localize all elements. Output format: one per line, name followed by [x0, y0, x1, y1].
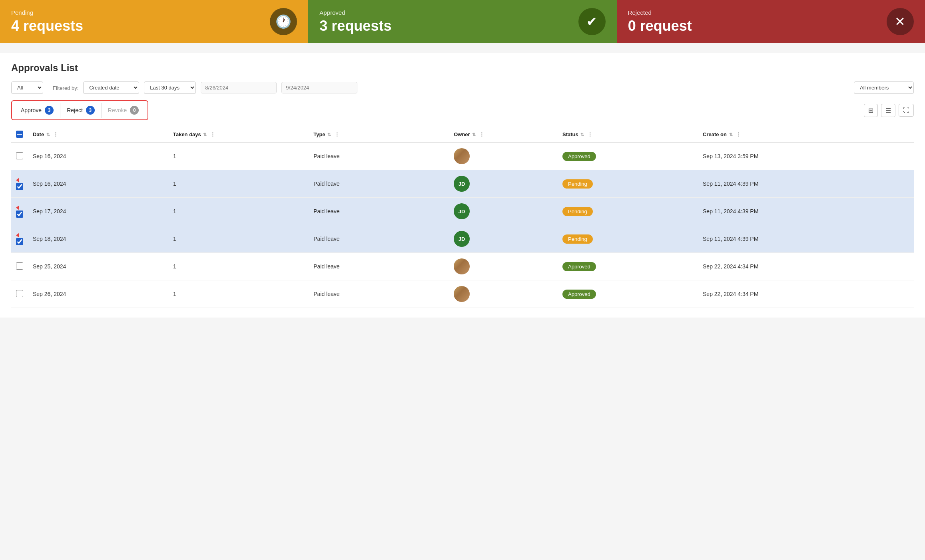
row-taken-days: 1	[168, 225, 309, 253]
status-badge: Pending	[562, 207, 593, 216]
row-type: Paid leave	[309, 280, 449, 308]
rejected-count: 0 request	[628, 18, 692, 34]
type-sort-icon[interactable]: ⇅	[327, 132, 331, 137]
create-on-col-menu[interactable]: ⋮	[736, 131, 741, 137]
approve-badge: 3	[45, 106, 54, 115]
row-checkbox-cell	[11, 142, 28, 170]
view-controls: ⊞ ☰ ⛶	[864, 104, 914, 117]
row-checkbox-cell	[11, 198, 28, 225]
row-checkbox-cell	[11, 225, 28, 253]
date-sort-icon[interactable]: ⇅	[46, 132, 50, 137]
list-view-button[interactable]: ☰	[881, 104, 895, 117]
row-type: Paid leave	[309, 225, 449, 253]
row-checkbox[interactable]	[16, 290, 23, 297]
revoke-label: Revoke	[108, 107, 127, 113]
expand-view-button[interactable]: ⛶	[899, 104, 914, 117]
row-owner: JD	[449, 225, 558, 253]
select-all-header[interactable]	[11, 127, 28, 142]
approve-label: Approve	[21, 107, 42, 113]
created-date-filter-select[interactable]: Created date	[83, 81, 139, 94]
all-filter-select[interactable]: All	[11, 81, 43, 94]
status-badge: Approved	[562, 262, 596, 271]
row-create-on: Sep 13, 2024 3:59 PM	[698, 142, 914, 170]
date-from-input[interactable]	[201, 82, 277, 93]
days-filter-select[interactable]: Last 30 days	[144, 81, 196, 94]
status-badge: Pending	[562, 234, 593, 244]
action-buttons-group: Approve 3 Reject 3 Revoke 0	[11, 100, 148, 120]
row-create-on: Sep 22, 2024 4:34 PM	[698, 280, 914, 308]
status-sort-icon[interactable]: ⇅	[580, 132, 584, 137]
col-header-type: Type ⇅ ⋮	[309, 127, 449, 142]
reject-button[interactable]: Reject 3	[60, 103, 102, 118]
taken-days-col-menu[interactable]: ⋮	[210, 131, 215, 137]
revoke-badge: 0	[130, 106, 139, 115]
create-on-sort-icon[interactable]: ⇅	[729, 132, 733, 137]
taken-days-sort-icon[interactable]: ⇅	[203, 132, 207, 137]
row-date: Sep 16, 2024	[28, 170, 168, 198]
page-title: Approvals List	[11, 62, 914, 73]
filtered-by-label: Filtered by:	[53, 85, 78, 91]
status-badge: Pending	[562, 179, 593, 189]
approve-button[interactable]: Approve 3	[14, 103, 60, 118]
status-badge: Approved	[562, 290, 596, 299]
row-date: Sep 26, 2024	[28, 280, 168, 308]
owner-avatar: JD	[454, 176, 470, 192]
owner-sort-icon[interactable]: ⇅	[472, 132, 476, 137]
date-to-input[interactable]	[281, 82, 357, 93]
row-create-on: Sep 11, 2024 4:39 PM	[698, 225, 914, 253]
status-badge: Approved	[562, 152, 596, 161]
members-filter-select[interactable]: All members	[854, 81, 914, 94]
approved-label: Approved	[319, 9, 391, 16]
row-checkbox[interactable]	[16, 262, 23, 270]
row-type: Paid leave	[309, 142, 449, 170]
row-checkbox-cell	[11, 170, 28, 198]
table-row: Sep 16, 20241Paid leaveJDPendingSep 11, …	[11, 170, 914, 198]
status-col-menu[interactable]: ⋮	[587, 131, 593, 137]
row-create-on: Sep 11, 2024 4:39 PM	[698, 170, 914, 198]
owner-avatar: JD	[454, 231, 470, 247]
select-all-checkbox[interactable]	[16, 131, 23, 138]
pending-label: Pending	[11, 9, 83, 16]
row-taken-days: 1	[168, 280, 309, 308]
row-date: Sep 25, 2024	[28, 253, 168, 280]
reject-badge: 3	[86, 106, 95, 115]
row-owner: JD	[449, 198, 558, 225]
row-type: Paid leave	[309, 170, 449, 198]
type-col-menu[interactable]: ⋮	[334, 131, 340, 137]
row-date: Sep 16, 2024	[28, 142, 168, 170]
row-create-on: Sep 22, 2024 4:34 PM	[698, 253, 914, 280]
row-owner	[449, 253, 558, 280]
table-row: Sep 25, 20241Paid leaveApprovedSep 22, 2…	[11, 253, 914, 280]
row-status: Pending	[558, 198, 698, 225]
row-checkbox-cell	[11, 280, 28, 308]
main-container: Approvals List All Filtered by: Created …	[0, 53, 925, 318]
table-row: Sep 16, 20241Paid leaveApprovedSep 13, 2…	[11, 142, 914, 170]
row-type: Paid leave	[309, 198, 449, 225]
revoke-button[interactable]: Revoke 0	[102, 103, 145, 118]
row-checkbox[interactable]	[16, 210, 23, 218]
owner-col-menu[interactable]: ⋮	[479, 131, 484, 137]
row-checkbox[interactable]	[16, 152, 23, 159]
row-type: Paid leave	[309, 253, 449, 280]
date-col-menu[interactable]: ⋮	[53, 131, 58, 137]
grid-view-button[interactable]: ⊞	[864, 104, 878, 117]
approved-icon: ✔	[586, 14, 597, 29]
row-checkbox[interactable]	[16, 183, 23, 190]
owner-avatar-photo	[454, 286, 470, 302]
row-status: Approved	[558, 253, 698, 280]
selection-arrow	[16, 205, 19, 210]
col-header-owner: Owner ⇅ ⋮	[449, 127, 558, 142]
row-date: Sep 17, 2024	[28, 198, 168, 225]
row-owner	[449, 142, 558, 170]
row-date: Sep 18, 2024	[28, 225, 168, 253]
selection-arrow	[16, 178, 19, 183]
row-status: Approved	[558, 142, 698, 170]
table-row: Sep 26, 20241Paid leaveApprovedSep 22, 2…	[11, 280, 914, 308]
row-status: Pending	[558, 225, 698, 253]
approved-card: Approved 3 requests ✔	[308, 0, 616, 43]
row-checkbox-cell	[11, 253, 28, 280]
col-header-taken-days: Taken days ⇅ ⋮	[168, 127, 309, 142]
row-checkbox[interactable]	[16, 238, 23, 245]
row-taken-days: 1	[168, 170, 309, 198]
rejected-card: Rejected 0 request ✕	[617, 0, 925, 43]
